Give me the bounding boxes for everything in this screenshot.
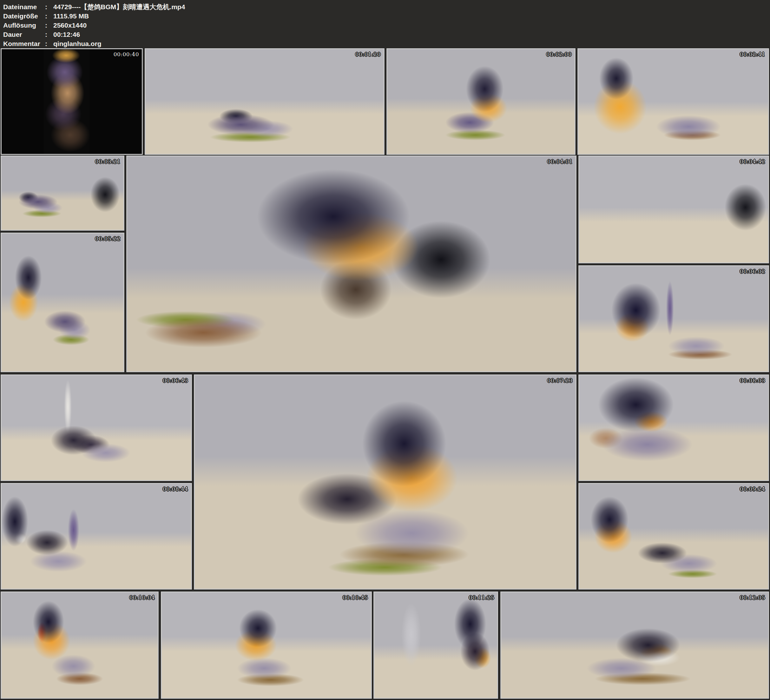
timestamp-overlay: 00:01:20 xyxy=(355,51,381,57)
timestamp-overlay: 00:04:42 xyxy=(740,158,765,165)
timestamp-overlay: 00:00:40 xyxy=(113,51,139,57)
video-thumbnail: 00:06:43 xyxy=(1,374,192,481)
scene-placeholder xyxy=(2,49,142,154)
timestamp-overlay: 00:10:04 xyxy=(129,594,155,601)
scene-placeholder xyxy=(2,592,158,698)
timestamp-overlay: 00:03:21 xyxy=(95,158,121,165)
scene-placeholder xyxy=(2,233,123,371)
video-thumbnail: 00:04:01 xyxy=(126,156,576,372)
timestamp-overlay: 00:02:00 xyxy=(546,51,572,57)
video-thumbnail: 00:03:21 xyxy=(1,156,125,231)
video-thumbnail: 00:08:03 xyxy=(578,374,769,481)
timestamp-overlay: 00:06:43 xyxy=(163,377,188,384)
timestamp-overlay: 00:08:44 xyxy=(163,486,188,492)
scene-placeholder xyxy=(195,375,576,589)
timestamp-overlay: 00:02:41 xyxy=(740,51,765,57)
scene-placeholder xyxy=(374,592,497,698)
video-thumbnail: 00:06:02 xyxy=(578,265,769,372)
scene-placeholder xyxy=(127,156,576,371)
video-thumbnail: 00:10:45 xyxy=(161,591,372,699)
timestamp-overlay: 00:06:02 xyxy=(740,268,765,274)
scene-placeholder xyxy=(2,375,191,480)
video-thumbnail: 00:12:05 xyxy=(500,591,769,699)
scene-placeholder xyxy=(387,49,574,154)
video-thumbnail: 00:01:20 xyxy=(145,48,385,155)
timestamp-overlay: 00:05:22 xyxy=(95,235,121,242)
scene-placeholder xyxy=(146,49,383,154)
video-thumbnail: 00:05:22 xyxy=(1,233,125,372)
scene-placeholder xyxy=(162,592,371,698)
video-thumbnail: 00:00:40 xyxy=(1,48,143,155)
scene-placeholder xyxy=(2,156,123,230)
scene-placeholder xyxy=(2,484,191,589)
scene-placeholder xyxy=(579,266,768,371)
scene-placeholder xyxy=(578,49,768,154)
video-thumbnail: 00:07:23 xyxy=(194,374,576,590)
video-thumbnail: 00:02:00 xyxy=(387,48,576,155)
timestamp-overlay: 00:04:01 xyxy=(547,158,573,165)
timestamp-overlay: 00:11:25 xyxy=(469,594,494,601)
video-thumbnail: 00:10:04 xyxy=(1,591,159,699)
video-thumbnail: 00:11:25 xyxy=(374,591,498,699)
scene-placeholder xyxy=(579,375,768,480)
timestamp-overlay: 00:10:45 xyxy=(343,594,368,601)
timestamp-overlay: 00:12:05 xyxy=(740,594,765,601)
timestamp-overlay: 00:09:24 xyxy=(740,486,765,492)
scene-placeholder xyxy=(579,484,768,589)
scene-placeholder xyxy=(501,592,768,698)
timestamp-overlay: 00:08:03 xyxy=(740,377,765,384)
video-thumbnail: 00:08:44 xyxy=(1,483,192,590)
thumbnail-grid: 00:00:4000:01:2000:02:0000:02:4100:03:21… xyxy=(0,0,770,700)
scene-placeholder xyxy=(579,156,768,262)
timestamp-overlay: 00:07:23 xyxy=(547,377,573,384)
video-thumbnail: 00:09:24 xyxy=(578,483,769,590)
video-thumbnail: 00:02:41 xyxy=(578,48,769,155)
video-thumbnail: 00:04:42 xyxy=(578,156,769,263)
